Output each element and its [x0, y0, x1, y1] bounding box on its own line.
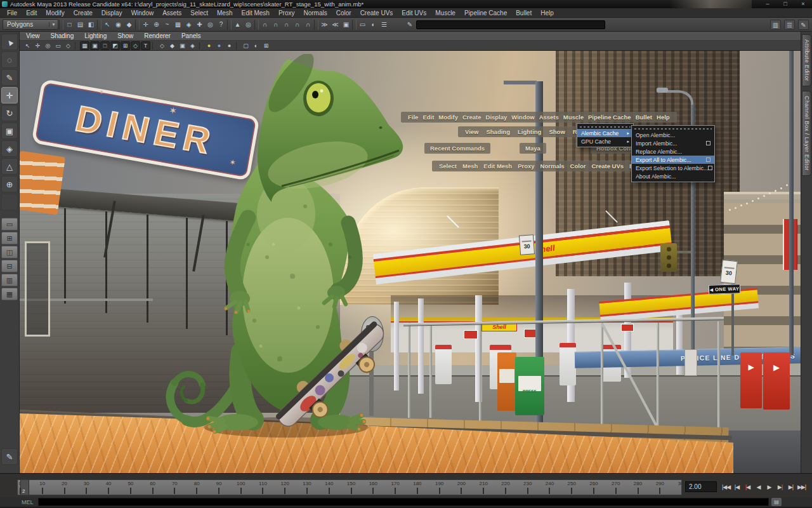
menu-tearoff-handle[interactable] — [580, 125, 631, 128]
soft-modification-tool[interactable]: △ — [1, 158, 18, 175]
gate-mask-icon[interactable]: ◩ — [110, 41, 120, 50]
select-object-icon[interactable]: ◉ — [113, 19, 124, 30]
wireframe-mode-icon[interactable]: ◇ — [157, 41, 167, 50]
sketch-tool-icon[interactable]: ✎ — [1, 448, 18, 465]
quick-select-icon[interactable]: ✎ — [405, 20, 415, 30]
select-tool[interactable]: ▲ — [1, 34, 18, 50]
menu-set-selector[interactable]: Polygons ▼ — [3, 19, 58, 30]
menu-item-gpu-cache[interactable]: GPU Cache▸ — [577, 137, 633, 145]
scale-tool[interactable]: ▣ — [1, 123, 18, 139]
menu-item-export-selection-to-alembic[interactable]: Export Selection to Alembic... — [632, 164, 714, 172]
option-box[interactable] — [708, 166, 712, 170]
mask-handles-icon[interactable]: ✛ — [140, 19, 151, 30]
status-group-separator[interactable] — [97, 20, 102, 30]
panel-menu-show[interactable]: Show — [117, 32, 133, 39]
textured-mode-icon[interactable]: ▣ — [178, 41, 187, 50]
skateboard[interactable] — [272, 321, 399, 454]
status-group-separator[interactable] — [314, 20, 318, 30]
safe-title-icon[interactable]: T — [141, 41, 150, 50]
menu-bullet[interactable]: Bullet — [511, 8, 536, 18]
hotbox-menu-create[interactable]: Create — [462, 114, 481, 121]
menu-tearoff-handle[interactable] — [634, 127, 712, 130]
menu-window[interactable]: Window — [127, 8, 159, 18]
mask-curves-icon[interactable]: ~ — [162, 19, 173, 30]
menu-item-open-alembic[interactable]: Open Alembic... — [632, 131, 714, 139]
menu-edit[interactable]: Edit — [22, 8, 41, 18]
menu-proxy[interactable]: Proxy — [274, 8, 299, 18]
menu-edit-uvs[interactable]: Edit UVs — [397, 8, 431, 18]
command-line-language-label[interactable]: MEL — [0, 499, 38, 505]
grid-toggle-icon[interactable]: ▦ — [80, 41, 89, 50]
menu-help[interactable]: Help — [536, 8, 558, 18]
menu-color[interactable]: Color — [332, 8, 356, 18]
play-backwards-button[interactable]: ◀ — [753, 480, 764, 493]
layout-four-pane[interactable]: ⊞ — [1, 232, 18, 244]
layout-two-pane-stacked[interactable]: ⊟ — [1, 260, 18, 272]
hotbox-menu-shading[interactable]: Shading — [486, 128, 509, 135]
hotbox-maya[interactable]: Maya — [520, 143, 546, 154]
hotbox-menu-window[interactable]: Window — [511, 114, 534, 121]
camera-track-icon[interactable]: ✛ — [33, 41, 43, 50]
isolate-select-icon[interactable]: ▢ — [241, 41, 251, 50]
input-connections-icon[interactable]: ≫ — [319, 19, 330, 30]
move-tool[interactable]: ✛ — [1, 87, 18, 104]
default-lighting-icon[interactable]: ● — [204, 41, 214, 50]
no-lights-icon[interactable]: ● — [225, 41, 234, 50]
menu-select[interactable]: Select — [186, 8, 213, 18]
universal-manipulator-tool[interactable]: ◈ — [1, 140, 18, 157]
xray-icon[interactable]: ◐ — [251, 41, 261, 50]
hotbox-menu-show[interactable]: Show — [549, 128, 565, 135]
panel-menu-panels[interactable]: Panels — [181, 32, 201, 39]
show-manipulator-tool[interactable]: ⊕ — [1, 176, 18, 192]
hotbox-menu-muscle[interactable]: Muscle — [563, 114, 584, 121]
menu-create[interactable]: Create — [69, 8, 97, 18]
layout-outliner-persp[interactable]: ▥ — [1, 274, 18, 286]
step-forward-frame-button[interactable]: ▶| — [785, 480, 796, 493]
script-editor-button[interactable]: ▤ — [771, 498, 782, 506]
menu-create-uvs[interactable]: Create UVs — [356, 8, 398, 18]
menu-item-import-alembic[interactable]: Import Alembic... — [632, 139, 714, 147]
menu-mesh[interactable]: Mesh — [213, 8, 237, 18]
hotbox-menu-mesh[interactable]: Mesh — [462, 163, 478, 170]
hotbox-menu-display[interactable]: Display — [486, 114, 508, 121]
last-tool-slot[interactable] — [1, 194, 18, 210]
hotbox-menu-edit-mesh[interactable]: Edit Mesh — [483, 163, 512, 170]
lock-selection-icon[interactable]: ▲ — [232, 19, 243, 30]
hotbox-menu-normals[interactable]: Normals — [540, 163, 565, 170]
menu-item-alembic-cache[interactable]: Alembic Cache▸ — [577, 129, 633, 137]
quick-select-field[interactable] — [416, 20, 605, 29]
camera-dolly-icon[interactable]: ◎ — [43, 41, 53, 50]
menu-normals[interactable]: Normals — [299, 8, 332, 18]
panel-menu-lighting[interactable]: Lighting — [84, 32, 107, 39]
select-component-icon[interactable]: ◆ — [124, 19, 134, 30]
hotbox-menu-file[interactable]: File — [408, 114, 418, 121]
snap-to-points-icon[interactable]: ∩ — [281, 19, 292, 30]
hotbox-menu-assets[interactable]: Assets — [539, 114, 559, 121]
menu-item-export-all-to-alembic[interactable]: Export All to Alembic... — [632, 156, 714, 164]
menu-item-replace-alembic[interactable]: Replace Alembic... — [632, 147, 714, 156]
camera-pick-icon[interactable]: ↖ — [23, 41, 32, 50]
snap-to-view-planes-icon[interactable]: ∩ — [303, 19, 313, 30]
hotbox-recent-commands[interactable]: Recent Commands — [424, 143, 490, 154]
step-back-key-button[interactable]: |◀ — [742, 480, 753, 493]
command-line-input[interactable] — [38, 498, 769, 506]
hotbox-menu-help[interactable]: Help — [657, 114, 670, 121]
mask-deformations-icon[interactable]: ◈ — [183, 19, 194, 30]
option-box[interactable] — [706, 157, 710, 162]
open-scene-icon[interactable]: ▤ — [75, 19, 86, 30]
step-forward-key-button[interactable]: ▶| — [775, 480, 785, 493]
play-forward-button[interactable]: ▶ — [764, 480, 775, 493]
hotbox-menu-view[interactable]: View — [465, 128, 478, 135]
layout-single-pane[interactable]: ▭ — [1, 218, 18, 231]
layout-hypershade-persp[interactable]: ▦ — [1, 288, 18, 300]
menu-assets[interactable]: Assets — [158, 8, 186, 18]
hotbox-menu-lighting[interactable]: Lighting — [518, 128, 541, 135]
mask-dynamics-icon[interactable]: ✚ — [194, 19, 205, 30]
menu-modify[interactable]: Modify — [41, 8, 69, 18]
hotbox-menu-pipeline-cache[interactable]: Pipeline Cache — [588, 114, 631, 121]
rotate-tool[interactable]: ↻ — [1, 105, 18, 121]
panel-menu-renderer[interactable]: Renderer — [144, 32, 171, 39]
resolution-gate-icon[interactable]: □ — [100, 41, 110, 50]
uv-texture-editor-icon[interactable]: ⊞ — [261, 41, 271, 50]
output-connections-icon[interactable]: ≪ — [330, 19, 341, 30]
